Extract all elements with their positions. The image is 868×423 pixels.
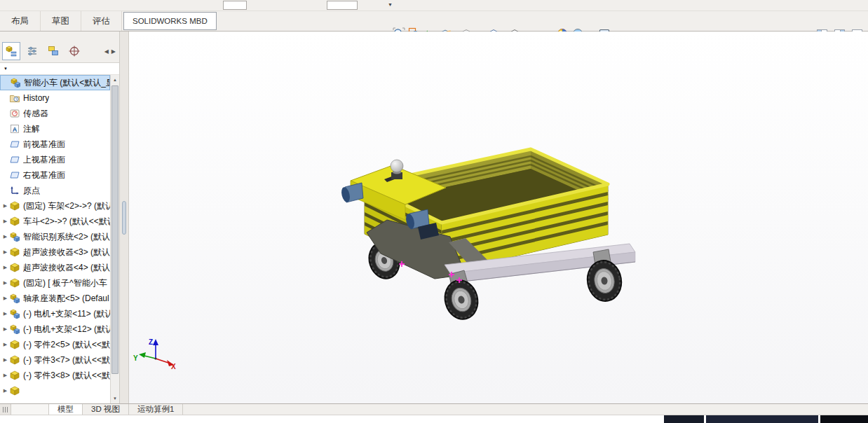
scrollbar-thumb[interactable]: [111, 85, 118, 374]
featuremanager-panel: ◀ ▶ ▼ 智能小车 (默认<默认_显示状态: [0, 32, 119, 403]
tree-item-label: 注解: [23, 123, 40, 135]
graphics-viewport[interactable]: Z X Y: [129, 32, 868, 403]
tree-item-icon: A: [9, 123, 20, 134]
flyout-caret-icon[interactable]: ▼: [4, 67, 8, 71]
tree-items: ▶ A History: [0, 90, 110, 398]
panel-splitter[interactable]: [119, 32, 129, 403]
tree-item-label: (-) 零件2<5> (默认<<默认: [23, 339, 110, 351]
tree-item-icon: A: [9, 308, 20, 319]
expand-arrow-icon[interactable]: ▶: [1, 388, 9, 394]
tree-item[interactable]: ▶ A (-) 零件3<8> (默认: [0, 368, 110, 383]
expand-arrow-icon[interactable]: ▶: [1, 203, 9, 209]
toolbar-input-partial[interactable]: [327, 1, 358, 10]
tree-item[interactable]: ▶ A (-) 电机+支架<12>: [0, 321, 110, 337]
document-tab[interactable]: 3D 视图: [83, 404, 129, 415]
expand-arrow-icon[interactable]: ▶: [1, 280, 9, 286]
tree-scrollbar[interactable]: ▲ ▼: [110, 75, 119, 403]
statusbar-segment: [820, 415, 868, 423]
tree-item-label: (固定) [ 板子^智能小车: [23, 277, 107, 289]
tree-item-icon: A: [9, 247, 20, 258]
main-area: ◀ ▶ ▼ 智能小车 (默认<默认_显示状态: [0, 32, 868, 403]
tree-item[interactable]: ▶ A 车斗<2>->? (默认<<: [0, 214, 110, 229]
expand-arrow-icon[interactable]: ▶: [1, 249, 9, 255]
tree-item-label: (-) 零件3<8> (默认<<默认: [23, 370, 110, 382]
expand-arrow-icon[interactable]: ▶: [1, 265, 9, 270]
tree-item[interactable]: ▶ A 超声波接收器<4> (默认<: [0, 260, 110, 275]
tree-item-label: 智能识别系统<2> (默认<: [23, 231, 110, 243]
tree-item-label: (-) 电机+支架<11> (默认: [23, 308, 110, 320]
tree-item[interactable]: ▶ A 前视基准面: [0, 137, 110, 152]
tree-root-item[interactable]: 智能小车 (默认<默认_显示状态: [0, 75, 110, 90]
toolbar-dropdown-caret-icon[interactable]: ▼: [388, 2, 393, 7]
expand-arrow-icon[interactable]: ▶: [1, 326, 9, 332]
scroll-up-icon[interactable]: ▲: [111, 75, 119, 85]
tree-item-icon: A: [9, 185, 20, 196]
tree-item[interactable]: ▶ A 注解: [0, 121, 110, 137]
status-strip: [0, 415, 868, 423]
camera-ball[interactable]: [391, 160, 403, 172]
tree-item-icon: A: [9, 92, 20, 104]
tab-featuremanager-design-tree[interactable]: [2, 42, 20, 60]
svg-text:A: A: [13, 126, 18, 133]
document-tab[interactable]: 模型: [49, 404, 83, 415]
expand-arrow-icon[interactable]: ▶: [1, 357, 9, 363]
expand-arrow-icon[interactable]: ▶: [1, 296, 9, 301]
tree-item-icon: A: [9, 339, 20, 350]
feature-tree: 智能小车 (默认<默认_显示状态 ▶ A: [0, 75, 110, 403]
ribbon-tab[interactable]: 草图: [41, 11, 81, 31]
expand-arrow-icon[interactable]: ▶: [1, 342, 9, 347]
tab-configurationmanager[interactable]: [44, 42, 62, 60]
coordinate-triad-icon: Z X Y: [133, 338, 176, 370]
tree-item-icon: A: [9, 354, 20, 366]
tree-item-label: (-) 电机+支架<12> (默认: [23, 324, 110, 335]
tree-item[interactable]: ▶ A (固定) [ 板子^智能小车: [0, 275, 110, 291]
toolbar-input-partial[interactable]: [223, 1, 247, 10]
ribbon-tab[interactable]: 评估: [81, 11, 122, 31]
tree-item-label: 原点: [23, 185, 40, 197]
tree-item[interactable]: ▶ A (-) 电机+支架<11>: [0, 306, 110, 321]
tree-item[interactable]: ▶ A 原点: [0, 183, 110, 198]
expand-arrow-icon[interactable]: ▶: [1, 234, 9, 240]
triad-y-label: Y: [133, 354, 138, 362]
panel-tab-bar: ◀ ▶: [0, 40, 119, 62]
statusbar-segment: [706, 415, 818, 423]
tab-solidworks-mbd[interactable]: SOLIDWORKS MBD: [123, 12, 217, 30]
tree-item-icon: A: [9, 108, 20, 119]
tree-item-icon: A: [9, 262, 20, 273]
expand-arrow-icon[interactable]: ▶: [1, 373, 9, 378]
tree-item[interactable]: ▶ A 右视基准面: [0, 167, 110, 183]
tab-dimxpertmanager[interactable]: [65, 42, 83, 60]
ribbon-tab[interactable]: 布局: [0, 11, 41, 31]
tree-item-icon: A: [9, 154, 20, 165]
expand-arrow-icon[interactable]: ▶: [1, 219, 9, 224]
tree-item-label: 超声波接收器<3> (默认<: [23, 247, 110, 258]
ribbon-tab-row: 布局 草图 评估 SOLIDWORKS MBD A: [0, 11, 868, 32]
viewport-canvas[interactable]: Z X Y: [129, 32, 868, 403]
tree-item[interactable]: ▶ A 传感器: [0, 106, 110, 121]
tree-item[interactable]: ▶ A (-) 零件3<7> (默认: [0, 352, 110, 368]
tree-item-icon: A: [9, 216, 20, 227]
wheel-front-center[interactable]: [441, 277, 482, 323]
smart-car-model[interactable]: [340, 149, 635, 323]
tree-item-label: (固定) 车架<2>->? (默认: [23, 200, 110, 212]
tree-item[interactable]: ▶ A (-) 零件2<5> (默认: [0, 337, 110, 352]
tree-item[interactable]: ▶ A: [0, 383, 110, 398]
hscroll-track[interactable]: [11, 404, 49, 415]
document-tab[interactable]: 运动算例1: [129, 404, 183, 415]
tree-item[interactable]: ▶ A 智能识别系统<2> (默认<: [0, 229, 110, 244]
tree-item[interactable]: ▶ A 超声波接收器<3> (默认<: [0, 244, 110, 260]
panel-tabs-prev-icon[interactable]: ◀: [104, 48, 109, 55]
tree-item-icon: A: [9, 277, 20, 289]
hscroll-grip[interactable]: [0, 404, 11, 415]
tree-item[interactable]: ▶ A 轴承座装配<5> (Defa: [0, 291, 110, 306]
scroll-down-icon[interactable]: ▼: [111, 394, 119, 403]
panel-tabs-next-icon[interactable]: ▶: [111, 48, 116, 55]
expand-arrow-icon[interactable]: ▶: [1, 311, 9, 317]
tab-propertymanager[interactable]: [23, 42, 41, 60]
tree-item-icon: A: [9, 370, 20, 381]
tree-item[interactable]: ▶ A History: [0, 90, 110, 106]
tree-item[interactable]: ▶ A 上视基准面: [0, 152, 110, 167]
flyout-featuremanager-bar[interactable]: ▼: [0, 62, 119, 75]
splitter-grip[interactable]: [122, 201, 126, 235]
tree-item[interactable]: ▶ A (固定) 车架<2>->?: [0, 198, 110, 214]
